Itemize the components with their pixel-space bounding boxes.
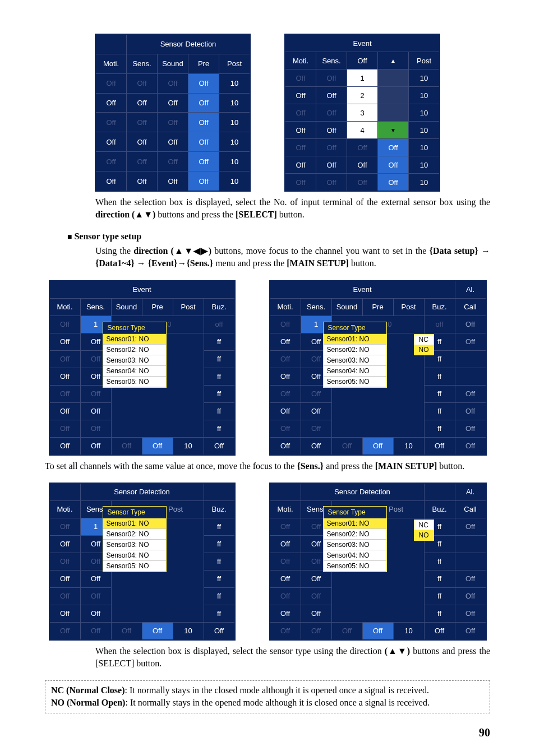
col-post: Post (409, 52, 440, 69)
option-nc[interactable]: NC (414, 335, 433, 345)
page-number: 90 (479, 726, 490, 739)
col-sens[interactable]: Sens. (316, 52, 347, 69)
option-no[interactable]: NO (414, 530, 433, 540)
table-row: OffOffOffOff10 (95, 93, 250, 113)
option-nc[interactable]: NC (414, 520, 433, 530)
table-title: Event (49, 281, 235, 299)
sensor-type-popup[interactable]: Sensor Type Sensor01: NO Sensor02: NO Se… (323, 322, 387, 388)
sensor-detection-table-1: Sensor Detection Moti. Sens. Sound Pre P… (95, 34, 251, 192)
table-row: OffOff110 (285, 69, 440, 87)
table-row: OffOffOffOff10 (95, 132, 250, 152)
popup-item[interactable]: Sensor01: NO (324, 518, 386, 529)
al-header: Al. (455, 483, 486, 501)
popup-title: Sensor Type (103, 322, 166, 334)
popup-item[interactable]: Sensor03: NO (103, 355, 166, 366)
table-row: OffOffOffOff10 (285, 139, 440, 156)
sensor-type-popup[interactable]: Sensor Type Sensor01: NO Sensor02: NO Se… (323, 506, 387, 572)
popup-item[interactable]: Sensor04: NO (103, 550, 166, 561)
bullet-icon: ■ (67, 233, 72, 241)
paragraph-1: When the selection box is displayed, sel… (45, 196, 490, 221)
option-no[interactable]: NO (414, 345, 433, 355)
popup-item[interactable]: Sensor05: NO (324, 561, 386, 572)
popup-item[interactable]: Sensor04: NO (324, 366, 386, 377)
popup-item[interactable]: Sensor02: NO (103, 345, 166, 355)
table-row: OffOffOffOff10 (285, 156, 440, 174)
popup-item[interactable]: Sensor02: NO (103, 529, 166, 540)
al-header: Al. (455, 281, 486, 299)
table-row: OffOffOffOff10 (95, 73, 250, 93)
popup-item[interactable]: Sensor03: NO (103, 540, 166, 550)
col-post: Post (219, 54, 251, 73)
table-title: Sensor Detection (127, 34, 251, 54)
col-pre: Pre (188, 54, 219, 73)
scroll-down-icon[interactable]: ▼ (378, 122, 409, 139)
popup-item[interactable]: Sensor05: NO (103, 561, 166, 572)
sensor-type-popup[interactable]: Sensor Type Sensor01: NO Sensor02: NO Se… (103, 506, 167, 572)
popup-title: Sensor Type (324, 507, 386, 518)
popup-title: Sensor Type (324, 322, 386, 334)
popup-item[interactable]: Sensor03: NO (324, 540, 386, 550)
table-row: OffOffOffOff10 (95, 171, 250, 191)
table-row: OffOffOffOff10OffOff (270, 622, 486, 640)
popup-item[interactable]: Sensor02: NO (324, 529, 386, 540)
col-moti: Moti. (95, 54, 127, 73)
popup-item[interactable]: Sensor04: NO (103, 366, 166, 377)
table-title: Sensor Detection (80, 483, 204, 501)
table-row: OffOff210 (285, 87, 440, 104)
table-title: Event (285, 34, 440, 52)
section-sensor-type: ■Sensor type setup (67, 231, 490, 242)
table-row: OffOffOffOff10Off (49, 622, 235, 640)
popup-item[interactable]: Sensor01: NO (103, 518, 166, 529)
col-off[interactable]: Off (347, 52, 378, 69)
table-title: Event (270, 281, 455, 299)
table-row: OffOffOffOff10 (285, 174, 440, 192)
paragraph-2: Using the direction (▲▼◀▶) buttons, move… (45, 245, 490, 270)
col-sens[interactable]: Sens. (127, 54, 158, 73)
note-box: NC (Normal Close): It normally stays in … (45, 680, 490, 713)
paragraph-4: When the selection box is displayed, sel… (45, 645, 490, 670)
popup-item[interactable]: Sensor03: NO (324, 355, 386, 366)
popup-item[interactable]: Sensor05: NO (324, 377, 386, 387)
popup-title: Sensor Type (103, 507, 166, 518)
table-title: Sensor Detection (301, 483, 424, 501)
paragraph-3: To set all channels with the same value … (45, 460, 490, 472)
col-moti: Moti. (285, 52, 316, 69)
table-row: OffOffOffOff10 (95, 152, 250, 171)
table-row: OffOffOffOff10OffOff (270, 437, 486, 455)
nc-no-popup[interactable]: NC NO (414, 520, 434, 541)
scroll-up-icon[interactable]: ▲ (378, 52, 409, 69)
col-sound: Sound (158, 54, 188, 73)
table-row: OffOff4▼10 (285, 122, 440, 139)
table-row: OffOffOffOff10 (95, 113, 250, 132)
popup-item[interactable]: Sensor01: NO (324, 334, 386, 345)
popup-item[interactable]: Sensor01: NO (103, 334, 166, 345)
popup-item[interactable]: Sensor04: NO (324, 550, 386, 561)
event-table-1: Event Moti. Sens. Off ▲ Post OffOff110 O… (284, 34, 440, 192)
sensor-type-popup[interactable]: Sensor Type Sensor01: NO Sensor02: NO Se… (103, 322, 167, 388)
nc-no-popup[interactable]: NC NO (414, 334, 434, 355)
popup-item[interactable]: Sensor05: NO (103, 377, 166, 387)
popup-item[interactable]: Sensor02: NO (324, 345, 386, 355)
table-row: OffOff310 (285, 104, 440, 122)
table-row: OffOffOffOff10Off (49, 437, 235, 455)
